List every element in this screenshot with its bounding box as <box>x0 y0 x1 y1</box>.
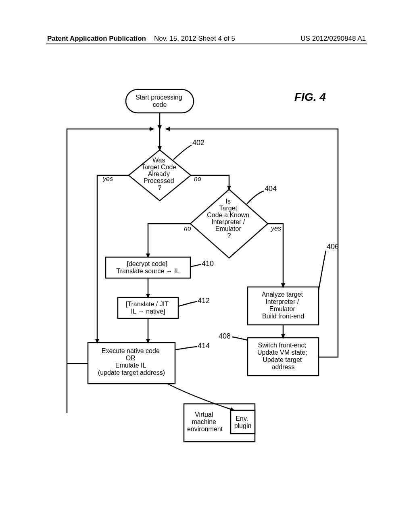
ref-402: 402 <box>192 139 204 147</box>
ref-412: 412 <box>198 297 210 305</box>
label: Env. plugin <box>234 415 252 429</box>
ref-410: 410 <box>202 260 214 268</box>
edge-no: no <box>194 175 201 182</box>
label: [Translate / JIT IL → native] <box>126 301 170 315</box>
ref-414: 414 <box>198 342 210 350</box>
node-envp <box>231 410 255 434</box>
ref-406: 406 <box>327 243 339 251</box>
edge-yes: yes <box>102 175 113 182</box>
ref-408: 408 <box>219 332 231 340</box>
ref-404: 404 <box>265 185 277 193</box>
edge-yes: yes <box>271 225 281 232</box>
edge-no: no <box>184 225 191 232</box>
